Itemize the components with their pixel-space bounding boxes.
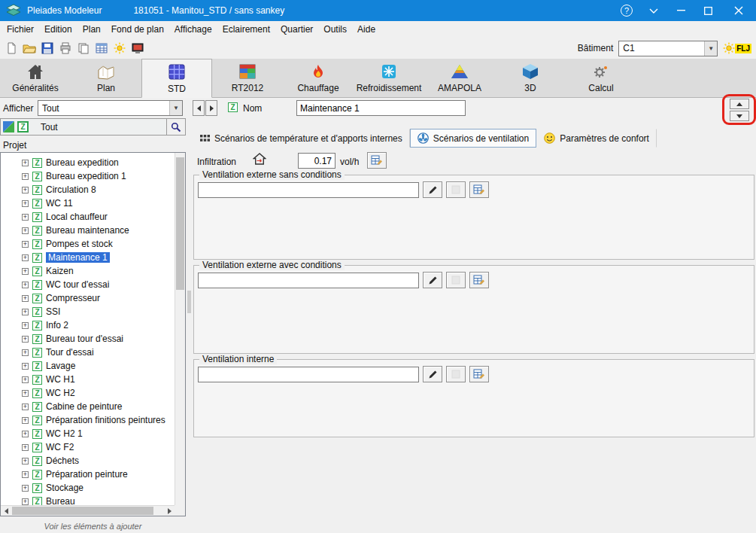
edit-button[interactable] bbox=[423, 272, 442, 288]
edit-button[interactable] bbox=[423, 366, 442, 382]
previous-zone-button[interactable] bbox=[193, 100, 205, 116]
scroll-left-icon[interactable] bbox=[1, 506, 11, 516]
subtab-parametres-de-confort[interactable]: Paramètres de confort bbox=[536, 129, 657, 148]
tab-refroidissement[interactable]: Refroidissement bbox=[354, 59, 424, 97]
expander-icon[interactable]: + bbox=[22, 431, 29, 437]
afficher-select[interactable]: Tout ▼ bbox=[38, 100, 183, 116]
tree-item[interactable]: +ZCabine de peinture bbox=[1, 400, 175, 413]
library-button[interactable] bbox=[469, 366, 489, 382]
scenario-input[interactable] bbox=[198, 182, 419, 198]
search-button[interactable] bbox=[166, 119, 185, 135]
tree-item[interactable]: +ZInfo 2 bbox=[1, 318, 175, 332]
tree-item[interactable]: +ZBureau expedition 1 bbox=[1, 169, 175, 183]
expander-icon[interactable]: + bbox=[22, 309, 29, 315]
copy-button[interactable] bbox=[74, 40, 92, 57]
scrollbar-thumb[interactable] bbox=[12, 507, 153, 515]
open-button[interactable] bbox=[20, 40, 38, 57]
library-button[interactable] bbox=[469, 181, 489, 198]
expander-icon[interactable]: + bbox=[22, 376, 29, 383]
scrollbar-thumb[interactable] bbox=[176, 157, 184, 290]
tab-plan[interactable]: Plan bbox=[71, 59, 141, 97]
tree-item[interactable]: +ZWC F2 bbox=[1, 440, 175, 454]
scenario-input[interactable] bbox=[198, 273, 419, 288]
expander-icon[interactable]: + bbox=[22, 404, 29, 410]
expander-icon[interactable]: + bbox=[22, 363, 29, 370]
subtab-scenarios-de-ventilation[interactable]: Scénarios de ventilation bbox=[410, 129, 536, 148]
tab-3d[interactable]: 3D bbox=[495, 59, 566, 97]
library-button[interactable] bbox=[469, 272, 489, 288]
screen-button[interactable] bbox=[129, 40, 146, 57]
tree-item[interactable]: +ZPréparation peinture bbox=[1, 468, 175, 481]
zone-up-button[interactable] bbox=[730, 99, 749, 109]
tree-item[interactable]: +ZKaizen bbox=[1, 264, 175, 278]
tab-chauffage[interactable]: Chauffage bbox=[283, 59, 354, 97]
tree-item[interactable]: +ZTour d'essai bbox=[1, 346, 175, 359]
tree-item[interactable]: +ZLocal chauffeur bbox=[1, 210, 175, 224]
expander-icon[interactable]: + bbox=[22, 390, 29, 397]
flj-button[interactable]: FLJ bbox=[723, 42, 751, 54]
minimize-button[interactable] bbox=[667, 0, 694, 21]
help-button[interactable]: ? bbox=[613, 0, 640, 21]
table-button[interactable] bbox=[93, 40, 110, 57]
tree-item[interactable]: +ZStockage bbox=[1, 481, 175, 495]
expander-icon[interactable]: + bbox=[22, 241, 29, 248]
next-zone-button[interactable] bbox=[205, 100, 217, 116]
expander-icon[interactable]: + bbox=[22, 322, 29, 329]
hatch-filter-icon[interactable] bbox=[3, 121, 14, 132]
expander-icon[interactable]: + bbox=[22, 336, 29, 343]
expander-icon[interactable]: + bbox=[22, 254, 29, 261]
expander-icon[interactable]: + bbox=[22, 200, 29, 207]
expander-icon[interactable]: + bbox=[22, 173, 29, 180]
expander-icon[interactable]: + bbox=[22, 471, 29, 478]
menu-quartier[interactable]: Quartier bbox=[275, 23, 318, 36]
new-button[interactable] bbox=[2, 40, 20, 57]
expander-icon[interactable]: + bbox=[22, 458, 29, 464]
tab-rt2012[interactable]: RT2012 bbox=[212, 59, 283, 97]
tree-item[interactable]: +ZLavage bbox=[1, 359, 175, 373]
tree-item[interactable]: +ZWC H2 1 bbox=[1, 427, 175, 440]
tab-calcul[interactable]: Calcul bbox=[566, 59, 636, 97]
save-button[interactable] bbox=[38, 40, 56, 57]
tab-generalites[interactable]: Généralités bbox=[0, 59, 71, 97]
tree-item[interactable]: +ZDéchets bbox=[1, 454, 175, 468]
expander-icon[interactable]: + bbox=[22, 160, 29, 166]
menu-aide[interactable]: Aide bbox=[352, 23, 381, 36]
tree-item[interactable]: +ZBureau expedition bbox=[1, 156, 175, 169]
tree-item[interactable]: +ZMaintenance 1 bbox=[1, 251, 175, 264]
expander-icon[interactable]: + bbox=[22, 498, 29, 505]
zone-down-button[interactable] bbox=[730, 111, 749, 121]
expander-icon[interactable]: + bbox=[22, 295, 29, 302]
tree-item[interactable]: +ZCompresseur bbox=[1, 291, 175, 305]
tab-std[interactable]: STD bbox=[141, 59, 212, 98]
maximize-button[interactable] bbox=[694, 0, 721, 21]
detach-button[interactable] bbox=[446, 272, 466, 288]
menu-eclairement[interactable]: Eclairement bbox=[217, 23, 275, 36]
tree-item[interactable]: +ZBureau tour d'essai bbox=[1, 332, 175, 346]
expander-icon[interactable]: + bbox=[22, 444, 29, 451]
tree-item[interactable]: +ZCirculation 8 bbox=[1, 183, 175, 196]
expander-icon[interactable]: + bbox=[22, 227, 29, 234]
zone-filter-icon[interactable]: Z bbox=[18, 122, 28, 132]
expander-icon[interactable]: + bbox=[22, 214, 29, 221]
tree-item[interactable]: +ZWC tour d'essai bbox=[1, 278, 175, 291]
expander-icon[interactable]: + bbox=[22, 268, 29, 275]
chevron-down-button[interactable] bbox=[640, 0, 667, 21]
sun-button[interactable] bbox=[111, 40, 128, 57]
expander-icon[interactable]: + bbox=[22, 485, 29, 492]
tree-item[interactable]: +ZWC H1 bbox=[1, 373, 175, 386]
batiment-select[interactable]: C1 ▼ bbox=[618, 41, 718, 56]
expander-icon[interactable]: + bbox=[22, 187, 29, 193]
menu-edition[interactable]: Edition bbox=[39, 23, 77, 36]
expander-icon[interactable]: + bbox=[22, 349, 29, 356]
tab-amapola[interactable]: AMAPOLA bbox=[424, 59, 495, 97]
print-button[interactable] bbox=[56, 40, 74, 57]
detach-button[interactable] bbox=[446, 366, 466, 382]
nom-input[interactable] bbox=[296, 100, 466, 116]
scroll-right-icon[interactable] bbox=[164, 506, 175, 516]
tree-item[interactable]: +ZWC 11 bbox=[1, 196, 175, 210]
tree-horizontal-scrollbar[interactable] bbox=[1, 505, 175, 516]
tree-item[interactable]: +ZWC H2 bbox=[1, 386, 175, 400]
menu-outils[interactable]: Outils bbox=[318, 23, 352, 36]
menu-fichier[interactable]: Fichier bbox=[2, 23, 39, 36]
subtab-scenarios-de-temperature-et-d-apports-internes[interactable]: Scénarios de température et d'apports in… bbox=[193, 129, 410, 148]
